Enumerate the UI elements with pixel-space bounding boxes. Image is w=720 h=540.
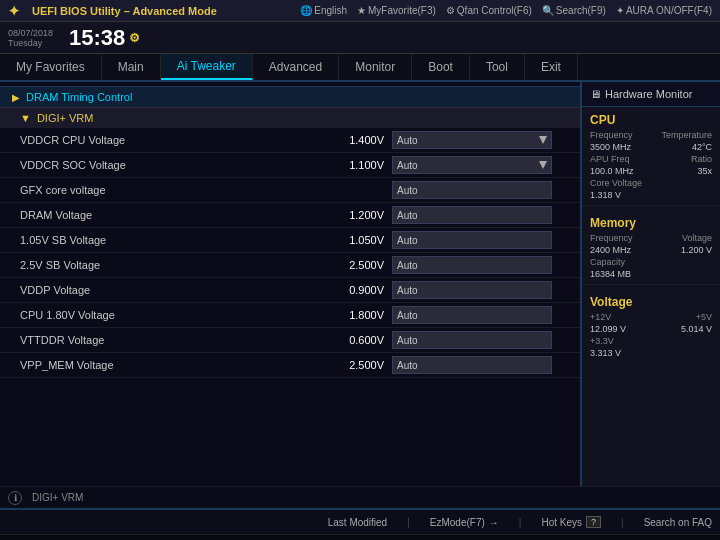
qfan-control-btn[interactable]: ⚙ Qfan Control(F6): [446, 5, 532, 16]
hw-volt-12-row: +12V +5V: [582, 311, 720, 323]
info-bar: 08/07/2018 Tuesday 15:38 ⚙ 🌐 English ★ M…: [0, 22, 720, 54]
setting-control-0[interactable]: Auto Manual: [392, 131, 552, 149]
hw-mem-capacity-label-row: Capacity: [582, 256, 720, 268]
digi-arrow-icon: ▼: [20, 112, 31, 124]
hw-5v-label: +5V: [696, 312, 712, 322]
setting-value-1: 1.100V: [324, 159, 384, 171]
fan-label: Qfan Control(F6): [457, 5, 532, 16]
aura-icon: ✦: [616, 5, 624, 16]
nav-menu: My Favorites Main Ai Tweaker Advanced Mo…: [0, 54, 720, 82]
hw-core-voltage-value: 1.318 V: [590, 190, 621, 200]
hw-mem-freq-label: Frequency: [590, 233, 633, 243]
setting-control-5: Auto: [392, 256, 552, 274]
nav-tool[interactable]: Tool: [470, 54, 525, 80]
hotkeys-label: Hot Keys: [541, 517, 582, 528]
language-select[interactable]: 🌐 English: [300, 5, 347, 16]
hw-cpu-corevolt-val-row: 1.318 V: [582, 189, 720, 201]
main-layout: ▶ DRAM Timing Control ▼ DIGI+ VRM VDDCR …: [0, 82, 720, 486]
hw-mem-capacity-label: Capacity: [590, 257, 625, 267]
hw-cpu-apu-val-row: 100.0 MHz 35x: [582, 165, 720, 177]
setting-value-8: 0.600V: [324, 334, 384, 346]
nav-main[interactable]: Main: [102, 54, 161, 80]
hw-divider-2: [582, 284, 720, 285]
asus-logo: ✦: [8, 3, 20, 19]
hw-cpu-title: CPU: [582, 107, 720, 129]
vddcr-soc-select[interactable]: Auto Manual: [392, 156, 552, 174]
setting-label-8: VTTDDR Voltage: [20, 334, 324, 346]
hotkeys-btn[interactable]: Hot Keys ?: [541, 516, 601, 528]
table-row: VTTDDR Voltage 0.600V Auto: [0, 328, 580, 353]
hw-volt-33-val-row: 3.313 V: [582, 347, 720, 359]
setting-label-6: VDDP Voltage: [20, 284, 324, 296]
setting-control-7: Auto: [392, 306, 552, 324]
hotkeys-key-box: ?: [586, 516, 601, 528]
sep-1: |: [407, 517, 410, 528]
search-icon: 🔍: [542, 5, 554, 16]
cpu18-voltage-text: Auto: [392, 306, 552, 324]
nav-exit[interactable]: Exit: [525, 54, 578, 80]
hw-33v-label: +3.3V: [590, 336, 614, 346]
hw-volt-33-label-row: +3.3V: [582, 335, 720, 347]
hw-cpu-freq-value: 3500 MHz: [590, 142, 631, 152]
hw-monitor-label: Hardware Monitor: [605, 88, 692, 100]
bios-title: UEFI BIOS Utility – Advanced Mode: [32, 5, 288, 17]
sep-3: |: [621, 517, 624, 528]
setting-control-2: Auto: [392, 181, 552, 199]
nav-advanced[interactable]: Advanced: [253, 54, 339, 80]
lang-label: English: [314, 5, 347, 16]
table-row: VDDCR CPU Voltage 1.400V Auto Manual: [0, 128, 580, 153]
time-display: 15:38: [69, 25, 125, 51]
hw-12v-label: +12V: [590, 312, 611, 322]
ezmode-label: EzMode(F7): [430, 517, 485, 528]
setting-value-9: 2.500V: [324, 359, 384, 371]
vpp-mem-voltage-text: Auto: [392, 356, 552, 374]
hw-mem-freq-value: 2400 MHz: [590, 245, 631, 255]
setting-label-3: DRAM Voltage: [20, 209, 324, 221]
search-faq-btn[interactable]: Search on FAQ: [644, 517, 712, 528]
nav-my-favorites[interactable]: My Favorites: [0, 54, 102, 80]
nav-boot[interactable]: Boot: [412, 54, 470, 80]
table-row: 2.5V SB Voltage 2.500V Auto: [0, 253, 580, 278]
fav-icon: ★: [357, 5, 366, 16]
hw-monitor-panel: 🖥 Hardware Monitor CPU Frequency Tempera…: [580, 82, 720, 486]
hw-cpu-temp-value: 42°C: [692, 142, 712, 152]
setting-label-9: VPP_MEM Voltage: [20, 359, 324, 371]
last-modified-item[interactable]: Last Modified: [328, 517, 387, 528]
dram-arrow-icon: ▶: [12, 92, 20, 103]
setting-control-1[interactable]: Auto Manual: [392, 156, 552, 174]
setting-label-0: VDDCR CPU Voltage: [20, 134, 324, 146]
hw-voltage-title: Voltage: [582, 289, 720, 311]
aura-btn[interactable]: ✦ AURA ON/OFF(F4): [616, 5, 712, 16]
search-btn[interactable]: 🔍 Search(F9): [542, 5, 606, 16]
hw-cpu-ratio-value: 35x: [697, 166, 712, 176]
setting-control-9: Auto: [392, 356, 552, 374]
my-favorites-btn[interactable]: ★ MyFavorite(F3): [357, 5, 436, 16]
setting-value-3: 1.200V: [324, 209, 384, 221]
ezmode-btn[interactable]: EzMode(F7) →: [430, 517, 499, 528]
table-row: CPU 1.80V Voltage 1.800V Auto: [0, 303, 580, 328]
vttddr-voltage-text: Auto: [392, 331, 552, 349]
hw-volt-12-val-row: 12.099 V 5.014 V: [582, 323, 720, 335]
setting-value-6: 0.900V: [324, 284, 384, 296]
note-text: DIGI+ VRM: [32, 492, 83, 503]
nav-monitor[interactable]: Monitor: [339, 54, 412, 80]
clock-settings-icon[interactable]: ⚙: [129, 31, 140, 45]
table-row: GFX core voltage Auto: [0, 178, 580, 203]
setting-control-4: Auto: [392, 231, 552, 249]
ezmode-arrow-icon: →: [489, 517, 499, 528]
dram-timing-header[interactable]: ▶ DRAM Timing Control: [0, 86, 580, 107]
setting-value-0: 1.400V: [324, 134, 384, 146]
nav-ai-tweaker[interactable]: Ai Tweaker: [161, 54, 253, 80]
hw-mem-voltage-label: Voltage: [682, 233, 712, 243]
vddp-voltage-text: Auto: [392, 281, 552, 299]
hw-mem-capacity-val-row: 16384 MB: [582, 268, 720, 280]
fan-icon: ⚙: [446, 5, 455, 16]
vddcr-cpu-select[interactable]: Auto Manual: [392, 131, 552, 149]
bottom-bar: Last Modified | EzMode(F7) → | Hot Keys …: [0, 508, 720, 534]
setting-label-1: VDDCR SOC Voltage: [20, 159, 324, 171]
copyright-bar: Version 2.17.1246. Copyright (C) 2018 Am…: [0, 534, 720, 540]
hw-mem-freq-row: Frequency Voltage: [582, 232, 720, 244]
table-row: VDDP Voltage 0.900V Auto: [0, 278, 580, 303]
top-bar: ✦ UEFI BIOS Utility – Advanced Mode 🌐 En…: [0, 0, 720, 22]
digi-vrm-header[interactable]: ▼ DIGI+ VRM: [0, 107, 580, 128]
